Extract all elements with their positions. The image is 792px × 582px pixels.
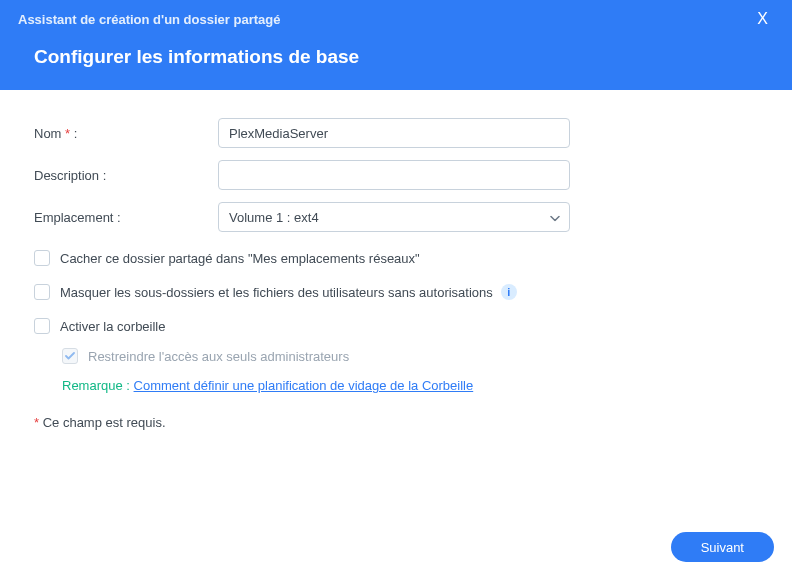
info-icon[interactable]: i: [501, 284, 517, 300]
required-note: * Ce champ est requis.: [34, 415, 758, 430]
restrict-admin-checkbox: [62, 348, 78, 364]
remark-row: Remarque : Comment définir une planifica…: [62, 378, 758, 393]
remark-label: Remarque :: [62, 378, 134, 393]
required-asterisk: *: [61, 126, 70, 141]
dialog-body: Nom * : Description : Emplacement : Volu…: [0, 90, 792, 430]
description-label: Description :: [34, 168, 218, 183]
name-label-text: Nom: [34, 126, 61, 141]
enable-recycle-checkbox[interactable]: [34, 318, 50, 334]
dialog-subtitle: Configurer les informations de base: [0, 30, 792, 68]
dialog-footer: Suivant: [0, 532, 792, 582]
location-select[interactable]: Volume 1 : ext4: [218, 202, 570, 232]
hide-subfolders-checkbox[interactable]: [34, 284, 50, 300]
required-note-text: Ce champ est requis.: [39, 415, 165, 430]
description-input[interactable]: [218, 160, 570, 190]
next-button[interactable]: Suivant: [671, 532, 774, 562]
close-button[interactable]: X: [751, 9, 774, 29]
name-label: Nom * :: [34, 126, 218, 141]
wizard-title: Assistant de création d'un dossier parta…: [18, 12, 280, 27]
hide-network-checkbox[interactable]: [34, 250, 50, 266]
restrict-admin-label: Restreindre l'accès aux seuls administra…: [88, 349, 349, 364]
enable-recycle-label: Activer la corbeille: [60, 319, 166, 334]
hide-network-label: Cacher ce dossier partagé dans "Mes empl…: [60, 251, 420, 266]
dialog-header: Assistant de création d'un dossier parta…: [0, 0, 792, 90]
remark-link[interactable]: Comment définir une planification de vid…: [134, 378, 474, 393]
name-input[interactable]: [218, 118, 570, 148]
name-label-colon: :: [70, 126, 77, 141]
location-label: Emplacement :: [34, 210, 218, 225]
hide-subfolders-label: Masquer les sous-dossiers et les fichier…: [60, 285, 493, 300]
